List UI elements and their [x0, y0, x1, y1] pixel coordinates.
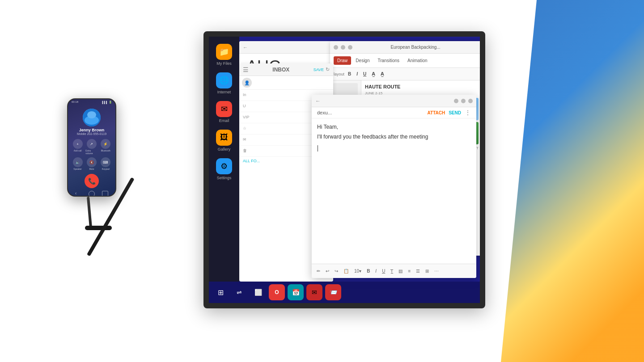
compose-close-btn[interactable] — [468, 99, 473, 103]
avatar-image — [83, 109, 101, 126]
phone-add-call[interactable]: + Add call — [72, 139, 84, 155]
tool-undo[interactable]: ↩ — [324, 268, 330, 274]
keypad-btn: ⌨ — [101, 157, 110, 167]
keypad-label: Keypad — [102, 168, 110, 170]
bluetooth-btn: ⚡ — [101, 139, 110, 149]
extra-volume-label: Extra volume — [85, 149, 97, 155]
compose-window-controls — [454, 99, 473, 103]
tool-italic[interactable]: I — [374, 268, 378, 274]
sidebar-label-settings: Settings — [217, 176, 232, 180]
pres-color2-btn[interactable]: A̲ — [379, 71, 386, 77]
tool-underline[interactable]: U — [381, 268, 386, 274]
phone-back-btn[interactable]: ‹ — [75, 191, 81, 196]
phone-actions-row2: 🔈 Speaker 🔇 Mute ⌨ Keypad — [68, 156, 115, 171]
scene: 📁 My Files 🌐 Internet ✉ Email 🖼 Gallery … — [0, 0, 644, 362]
pres-tab-draw[interactable]: Draw — [334, 56, 351, 65]
tool-text-format[interactable]: T̲ — [389, 268, 394, 274]
sidebar-item-gallery[interactable]: 🖼 Gallery — [212, 127, 237, 154]
phone-home-btn[interactable] — [89, 191, 95, 196]
phone-keypad[interactable]: ⌨ Keypad — [100, 157, 112, 170]
text-cursor — [318, 145, 318, 152]
phone-extra-volume[interactable]: ↗ Extra volume — [85, 139, 97, 155]
compose-greeting: Hi Team, — [317, 124, 471, 130]
tool-more[interactable]: ⋯ — [433, 268, 440, 274]
end-call-btn[interactable]: 📞 — [85, 174, 99, 188]
inbox-save-label[interactable]: SAVE — [314, 67, 324, 72]
pres-layout-icon[interactable]: layout — [334, 72, 344, 76]
phone-caller-area: Jenny Brown Mobile 202-555-0119 — [68, 105, 115, 137]
phone-time: 00:18 — [72, 101, 78, 104]
phone-recents-btn[interactable] — [102, 191, 108, 196]
compose-empty-line — [317, 145, 318, 152]
tool-list1[interactable]: ▤ — [397, 268, 404, 274]
sidebar-item-email[interactable]: ✉ Email — [212, 98, 237, 125]
pres-close-btn[interactable] — [348, 45, 352, 50]
compose-back-icon[interactable]: ← — [315, 98, 321, 104]
phone-speaker[interactable]: 🔈 Speaker — [72, 157, 84, 170]
bluetooth-label: Bluetooth — [101, 149, 110, 152]
pres-italic-btn[interactable]: I — [355, 71, 360, 77]
compose-body-text: I'll forward you the feedbacks after the… — [317, 134, 471, 140]
phone-nav-bar: ‹ — [68, 189, 115, 196]
hamburger-icon[interactable]: ☰ — [243, 66, 249, 73]
tool-list2[interactable]: ≡ — [407, 268, 412, 274]
phone-container: 00:18 ▌▌▌ 🔋 Jenny Brown Mobile 202-555-0… — [67, 98, 121, 206]
pres-tab-transitions[interactable]: Transitions — [374, 56, 403, 65]
attach-btn[interactable]: ATTACH — [428, 110, 445, 115]
compose-to-field[interactable]: dexu... — [317, 110, 332, 115]
sidebar-item-settings[interactable]: ⚙ Settings — [212, 156, 237, 182]
sidebar-item-internet[interactable]: 🌐 Internet — [212, 70, 237, 97]
tool-pen[interactable]: ✏ — [315, 268, 322, 274]
taskbar-office-btn[interactable]: O — [269, 284, 285, 300]
caller-info: Mobile 202-555-0119 — [77, 132, 106, 135]
pres-maximize-btn[interactable] — [341, 45, 345, 50]
pres-underline-btn[interactable]: U — [361, 71, 368, 77]
phone-mute[interactable]: 🔇 Mute — [85, 157, 97, 170]
tool-fontsize[interactable]: 10▾ — [353, 268, 363, 274]
pres-tab-design[interactable]: Design — [352, 56, 373, 65]
add-call-label: Add call — [74, 149, 82, 152]
compose-body[interactable]: Hi Team, I'll forward you the feedbacks … — [312, 118, 476, 264]
taskbar-apps-btn[interactable]: ⊞ — [212, 284, 229, 300]
tool-redo[interactable]: ↪ — [333, 268, 339, 274]
phone-bluetooth[interactable]: ⚡ Bluetooth — [100, 139, 112, 155]
inbox-refresh-icon[interactable]: ↻ — [326, 67, 330, 72]
taskbar-windows-btn[interactable]: ⬜ — [250, 284, 266, 300]
pres-minimize-btn[interactable] — [334, 45, 338, 50]
pres-window-controls — [334, 45, 352, 50]
compose-maximize-btn[interactable] — [461, 99, 466, 103]
mute-btn: 🔇 — [87, 157, 97, 167]
tool-table[interactable]: ⊞ — [424, 268, 430, 274]
compose-toolbar: ✏ ↩ ↪ 📋 10▾ B I U T̲ ▤ ≡ ☰ ⊞ ⋯ — [312, 264, 476, 278]
tool-copy[interactable]: 📋 — [342, 268, 350, 274]
phone-screen: 00:18 ▌▌▌ 🔋 Jenny Brown Mobile 202-555-0… — [68, 99, 115, 196]
taskbar-mail2-btn[interactable]: 📨 — [325, 284, 341, 300]
taskbar-email-btn[interactable]: ✉ — [306, 284, 322, 300]
internet-icon: 🌐 — [216, 72, 232, 88]
settings-icon: ⚙ — [216, 158, 232, 174]
pres-bold-btn[interactable]: B — [346, 71, 353, 77]
svg-point-2 — [87, 111, 96, 118]
compose-action-buttons: ATTACH SEND ⋮ — [428, 109, 471, 116]
sidebar: 📁 My Files 🌐 Internet ✉ Email 🖼 Gallery … — [209, 37, 239, 282]
pres-tab-animation[interactable]: Animation — [404, 56, 431, 65]
sidebar-item-files[interactable]: 📁 My Files — [212, 41, 237, 68]
taskbar-dex-btn[interactable]: ⇌ — [231, 284, 247, 300]
compose-titlebar: ← — [312, 95, 476, 107]
phone-avatar — [83, 109, 101, 126]
taskbar: ⊞ ⇌ ⬜ O 📅 ✉ 📨 — [209, 282, 480, 303]
usb-connector — [85, 226, 112, 230]
calendar-back-icon[interactable]: ← — [243, 45, 248, 50]
compose-minimize-btn[interactable] — [454, 99, 458, 103]
taskbar-calendar-btn[interactable]: 📅 — [288, 284, 304, 300]
compose-more-btn[interactable]: ⋮ — [465, 109, 471, 116]
inbox-title: INBOX — [249, 67, 314, 73]
send-btn[interactable]: SEND — [449, 110, 461, 115]
monitor: 📁 My Files 🌐 Internet ✉ Email 🖼 Gallery … — [203, 31, 485, 308]
tool-bold[interactable]: B — [365, 268, 371, 274]
speaker-label: Speaker — [73, 168, 82, 170]
caller-name: Jenny Brown — [79, 128, 105, 132]
pres-color1-btn[interactable]: A̲ — [370, 71, 377, 77]
tool-list3[interactable]: ☰ — [415, 268, 421, 274]
phone-body: 00:18 ▌▌▌ 🔋 Jenny Brown Mobile 202-555-0… — [67, 98, 116, 197]
